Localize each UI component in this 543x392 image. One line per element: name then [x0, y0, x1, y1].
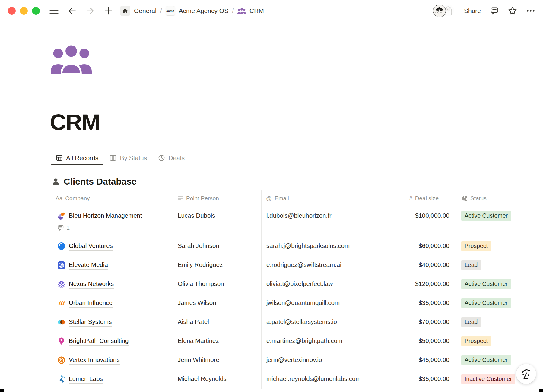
forward-icon[interactable] — [85, 6, 95, 16]
table-row[interactable]: Vertex Innovations Jenn Whitmore jenn@ve… — [51, 351, 539, 370]
deal-size-cell[interactable]: $40,000.00 — [391, 256, 455, 275]
column-header-company[interactable]: Aa Company — [51, 190, 173, 207]
tab-by-status[interactable]: By Status — [105, 151, 152, 165]
status-cell[interactable]: Prospect — [455, 237, 539, 256]
deal-size-cell[interactable]: $100,000.00 — [391, 207, 455, 237]
database-title-text[interactable]: Clients Database — [64, 176, 137, 187]
deal-size-cell[interactable]: $120,000.00 — [391, 275, 455, 294]
status-cell[interactable]: Lead — [455, 256, 539, 275]
table-row[interactable]: T BrightPath Consulting Elena Martinez e… — [51, 332, 539, 351]
status-cell[interactable]: Prospect — [455, 332, 539, 351]
point-person-cell[interactable]: Sarah Johnson — [173, 237, 262, 256]
status-badge[interactable]: Inactive Customer — [461, 374, 515, 384]
notion-ai-button[interactable] — [516, 364, 536, 384]
back-icon[interactable] — [67, 6, 77, 16]
email-link[interactable]: e.martinez@brightpath.com — [266, 337, 342, 345]
company-link[interactable]: Lumen Labs — [69, 375, 103, 384]
deal-size-cell[interactable]: $70,000.00 — [391, 313, 455, 332]
email-cell[interactable]: jwilson@quantumquill.com — [262, 294, 391, 313]
company-link[interactable]: Elevate Media — [69, 261, 108, 270]
point-person-cell[interactable]: Emily Rodriguez — [173, 256, 262, 275]
status-badge[interactable]: Lead — [461, 317, 481, 327]
email-link[interactable]: l.dubois@bleuhorizon.fr — [266, 212, 332, 220]
sidebar-menu-icon[interactable] — [49, 6, 59, 16]
table-row[interactable]: Nexus Networks Olivia Thompson olivia.t@… — [51, 275, 539, 294]
point-person-cell[interactable]: Elena Martinez — [173, 332, 262, 351]
deal-size-cell[interactable]: $45,000.00 — [391, 351, 455, 370]
zoom-window-button[interactable] — [32, 7, 40, 15]
status-badge[interactable]: Active Customer — [461, 211, 511, 221]
point-person-cell[interactable]: Aisha Patel — [173, 313, 262, 332]
status-cell[interactable]: Active Customer — [455, 207, 539, 237]
share-button[interactable]: Share — [464, 7, 481, 14]
email-cell[interactable]: l.dubois@bleuhorizon.fr — [262, 207, 391, 237]
email-cell[interactable]: sarah.j@brightsparksolns.com — [262, 237, 391, 256]
email-cell[interactable]: olivia.t@pixelperfect.law — [262, 275, 391, 294]
email-cell[interactable]: michael.reynolds@lumenlabs.com — [262, 370, 391, 389]
favorite-star-icon[interactable] — [508, 6, 517, 15]
tab-deals[interactable]: Deals — [153, 151, 189, 165]
email-link[interactable]: e.rodriguez@swiftstream.ai — [266, 261, 341, 269]
status-cell[interactable]: Active Customer — [455, 294, 539, 313]
comment-count[interactable]: 1 — [57, 224, 168, 232]
close-window-button[interactable] — [8, 7, 16, 15]
status-badge[interactable]: Active Customer — [461, 279, 511, 289]
table-row[interactable]: Global Ventures Sarah Johnson sarah.j@br… — [51, 237, 539, 256]
column-header-status[interactable]: Status — [455, 190, 539, 207]
table-row[interactable]: Elevate Media Emily Rodriguez e.rodrigue… — [51, 256, 539, 275]
table-row[interactable]: Lumen Labs Michael Reynolds michael.reyn… — [51, 370, 539, 389]
company-link[interactable]: Vertex Innovations — [69, 356, 120, 365]
point-person-cell[interactable]: Olivia Thompson — [173, 275, 262, 294]
status-badge[interactable]: Active Customer — [461, 355, 511, 365]
status-badge[interactable]: Active Customer — [461, 298, 511, 308]
point-person-cell[interactable]: Lucas Dubois — [173, 207, 262, 237]
avatar[interactable] — [433, 5, 446, 17]
deal-size-cell[interactable]: $35,000.00 — [391, 294, 455, 313]
point-person-cell[interactable]: Jenn Whitmore — [173, 351, 262, 370]
status-badge[interactable]: Prospect — [461, 241, 491, 251]
email-link[interactable]: jenn@vertexinnov.io — [266, 356, 322, 364]
email-link[interactable]: michael.reynolds@lumenlabs.com — [266, 375, 361, 383]
email-link[interactable]: jwilson@quantumquill.com — [266, 299, 340, 307]
page-icon-people-group[interactable] — [51, 43, 92, 74]
breadcrumb-workspace[interactable]: Acme Agency OS — [179, 7, 229, 14]
column-header-deal-size[interactable]: # Deal size — [391, 190, 455, 207]
table-row[interactable]: Urban Influence James Wilson jwilson@qua… — [51, 294, 539, 313]
deal-size-cell[interactable]: $50,000.00 — [391, 332, 455, 351]
home-icon[interactable] — [120, 6, 130, 16]
more-options-icon[interactable] — [526, 9, 535, 12]
acme-workspace-icon[interactable]: acme — [166, 6, 175, 16]
point-person-cell[interactable]: Michael Reynolds — [173, 370, 262, 389]
table-row[interactable]: Stellar Systems Aisha Patel a.patel@stel… — [51, 313, 539, 332]
company-link[interactable]: Stellar Systems — [69, 318, 112, 327]
status-badge[interactable]: Prospect — [461, 336, 491, 346]
company-link[interactable]: Bleu Horizon Management — [69, 212, 142, 220]
email-cell[interactable]: a.patel@stellarsystems.io — [262, 313, 391, 332]
table-row[interactable]: Bleu Horizon Management 1 Lucas Dubois l… — [51, 207, 539, 237]
status-cell[interactable]: Lead — [455, 313, 539, 332]
deal-size-cell[interactable]: $35,000.00 — [391, 370, 455, 389]
column-header-point-person[interactable]: Point Person — [173, 190, 262, 207]
company-link[interactable]: Nexus Networks — [69, 280, 114, 289]
status-badge[interactable]: Lead — [461, 260, 481, 270]
company-link[interactable]: Urban Influence — [69, 299, 113, 308]
company-cell[interactable]: Bleu Horizon Management 1 — [51, 207, 173, 237]
deal-size-cell[interactable]: $60,000.00 — [391, 237, 455, 256]
breadcrumb-page[interactable]: CRM — [249, 7, 264, 14]
minimize-window-button[interactable] — [20, 7, 28, 15]
status-cell[interactable]: Active Customer — [455, 275, 539, 294]
email-link[interactable]: sarah.j@brightsparksolns.com — [266, 242, 350, 250]
breadcrumb-root[interactable]: General — [134, 7, 157, 14]
new-page-icon[interactable] — [103, 6, 113, 16]
point-person-cell[interactable]: James Wilson — [173, 294, 262, 313]
email-cell[interactable]: e.martinez@brightpath.com — [262, 332, 391, 351]
column-header-email[interactable]: @ Email — [262, 190, 391, 207]
tab-all-records[interactable]: All Records — [51, 151, 103, 165]
comments-icon[interactable] — [490, 6, 499, 15]
email-link[interactable]: a.patel@stellarsystems.io — [266, 318, 337, 326]
email-link[interactable]: olivia.t@pixelperfect.law — [266, 280, 333, 288]
company-link[interactable]: Global Ventures — [69, 242, 113, 251]
email-cell[interactable]: e.rodriguez@swiftstream.ai — [262, 256, 391, 275]
email-cell[interactable]: jenn@vertexinnov.io — [262, 351, 391, 370]
company-link[interactable]: BrightPath Consulting — [69, 337, 129, 346]
